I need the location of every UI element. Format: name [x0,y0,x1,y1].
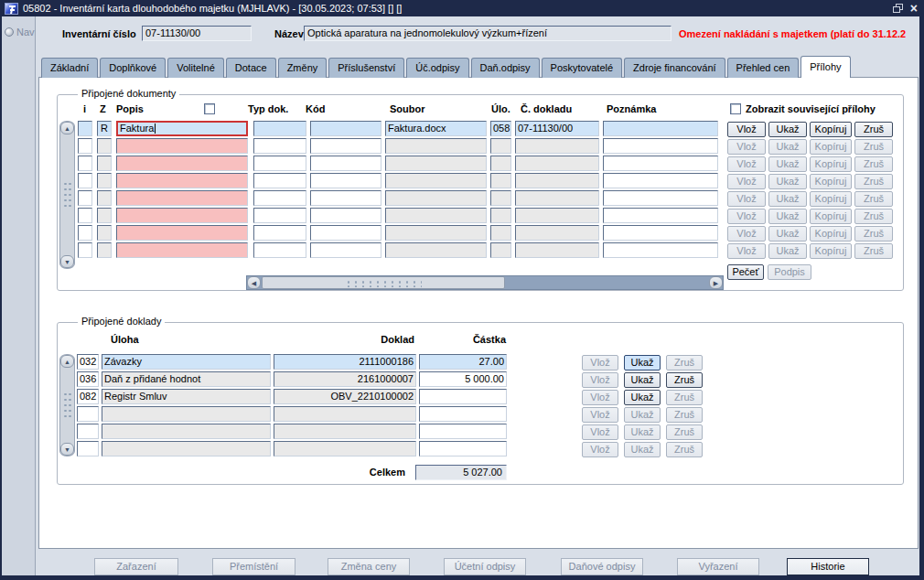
doc-cell-z[interactable] [97,242,112,258]
rcpt-cell-castka[interactable] [419,424,507,439]
tab-prilohy[interactable]: Přílohy [800,56,850,78]
ukaz-button[interactable]: Ukaž [768,122,807,137]
rcpt-cell-name[interactable] [102,441,271,456]
scrollbar-thumb[interactable] [262,276,505,289]
rcpt-cell-castka[interactable] [419,441,507,456]
doc-cell-ulo[interactable]: 058 [490,121,511,136]
tab-poskytovatele[interactable]: Poskytovatelé [542,58,622,78]
tab-prislusenstvi[interactable]: Příslušenství [328,58,404,78]
documents-horizontal-scrollbar[interactable]: ◀ ▶ [246,275,724,290]
doc-cell-soubor[interactable] [385,208,487,223]
doc-cell-popis[interactable] [116,173,248,188]
rcpt-cell-code[interactable] [77,424,99,439]
doc-cell-typ[interactable] [253,173,306,188]
doc-cell-kod[interactable] [310,156,381,171]
doc-cell-kod[interactable] [310,225,381,241]
ukaz-button[interactable]: Ukaž [624,372,661,388]
tab-doplnkove[interactable]: Doplňkové [100,58,166,78]
tab-volitelne[interactable]: Volitelné [167,58,224,78]
doc-cell-cdok[interactable] [515,173,599,188]
doc-cell-z[interactable] [97,173,112,188]
doc-cell-ulo[interactable] [490,190,511,206]
scroll-left-icon[interactable]: ◀ [247,276,261,289]
doc-cell-poznamka[interactable] [603,173,718,188]
doc-cell-popis[interactable] [116,156,248,171]
doc-cell-soubor[interactable] [385,242,487,258]
doc-cell-kod[interactable] [310,121,381,136]
rcpt-cell-castka[interactable]: 27.00 [419,354,507,370]
doc-cell-i[interactable] [78,121,92,136]
doc-cell-i[interactable] [78,242,92,258]
tab-zakladni[interactable]: Základní [41,58,98,78]
doc-cell-ulo[interactable] [490,225,511,241]
doc-cell-soubor[interactable] [385,190,487,206]
doc-cell-cdok[interactable] [515,208,599,223]
rcpt-cell-castka[interactable]: 5 000.00 [419,371,507,387]
scroll-right-icon[interactable]: ▶ [709,276,723,289]
rcpt-cell-name[interactable] [102,424,271,439]
rcpt-cell-doklad[interactable] [274,441,416,456]
show-related-checkbox[interactable] [730,103,741,114]
tab-uc-odpisy[interactable]: Úč.odpisy [406,58,468,78]
scroll-down-icon[interactable]: ▼ [60,443,74,456]
inventory-number-field[interactable]: 07-11130/00 [142,26,252,41]
scroll-up-icon[interactable]: ▲ [60,355,74,368]
zrus-button[interactable]: Zruš [666,372,703,388]
rcpt-cell-name[interactable]: Registr Smluv [102,389,271,404]
doc-cell-z[interactable]: R [97,121,112,136]
doc-cell-cdok[interactable] [515,138,599,154]
doc-cell-z[interactable] [97,190,112,206]
doc-cell-ulo[interactable] [490,242,511,258]
doc-cell-cdok[interactable]: 07-11130/00 [515,121,599,136]
rcpt-cell-doklad[interactable] [274,424,416,439]
rcpt-cell-code[interactable]: 036 [77,371,99,387]
rcpt-cell-doklad[interactable] [274,406,416,422]
doc-cell-poznamka[interactable] [603,156,718,171]
rcpt-cell-name[interactable]: Závazky [102,354,271,370]
doc-cell-popis[interactable] [116,208,248,223]
vloz-button[interactable]: Vlož [727,122,766,137]
doc-cell-poznamka[interactable] [603,242,718,258]
doc-cell-i[interactable] [78,225,92,241]
scrollbar-grip[interactable] [63,392,72,419]
doc-cell-z[interactable] [97,225,112,241]
doc-cell-cdok[interactable] [515,190,599,206]
tab-zmeny[interactable]: Změny [278,58,328,78]
doc-cell-i[interactable] [78,138,92,154]
close-window-icon[interactable]: × [908,2,919,15]
doc-cell-soubor[interactable] [385,173,487,188]
zrus-button[interactable]: Zruš [854,122,893,137]
rcpt-cell-doklad[interactable]: OBV_2210100002 [274,389,416,404]
doc-cell-poznamka[interactable] [603,121,718,136]
doc-cell-typ[interactable] [253,138,306,154]
doc-cell-soubor[interactable] [385,225,487,241]
select-all-checkbox[interactable] [204,103,215,114]
scroll-up-icon[interactable]: ▲ [60,122,74,134]
ukaz-button[interactable]: Ukaž [624,355,661,371]
rcpt-cell-code[interactable]: 082 [77,389,99,404]
doc-cell-kod[interactable] [310,242,381,258]
doc-cell-ulo[interactable] [490,138,511,154]
doc-cell-kod[interactable] [310,208,381,223]
ukaz-button[interactable]: Ukaž [624,390,661,405]
doc-cell-typ[interactable] [253,242,306,258]
rcpt-cell-castka[interactable] [419,406,507,422]
receipts-vertical-scrollbar[interactable]: ▲ ▼ [59,354,75,456]
doc-cell-ulo[interactable] [490,208,511,223]
doc-cell-i[interactable] [78,173,92,188]
tab-zdroje-financovani[interactable]: Zdroje financování [624,58,725,78]
doc-cell-soubor[interactable] [385,156,487,171]
doc-cell-i[interactable] [78,190,92,206]
rcpt-cell-castka[interactable] [419,389,507,404]
doc-cell-typ[interactable] [253,121,306,136]
doc-cell-z[interactable] [97,138,112,154]
doc-cell-z[interactable] [97,208,112,223]
rcpt-cell-name[interactable]: Daň z přidané hodnot [102,371,271,387]
historie-button[interactable]: Historie [787,558,869,575]
doc-cell-popis[interactable] [116,225,248,241]
doc-cell-cdok[interactable] [515,156,599,171]
name-field[interactable]: Optická aparatura na jednomolekulový výz… [304,26,672,41]
doc-cell-ulo[interactable] [490,173,511,188]
doc-cell-z[interactable] [97,156,112,171]
doc-cell-poznamka[interactable] [603,225,718,241]
